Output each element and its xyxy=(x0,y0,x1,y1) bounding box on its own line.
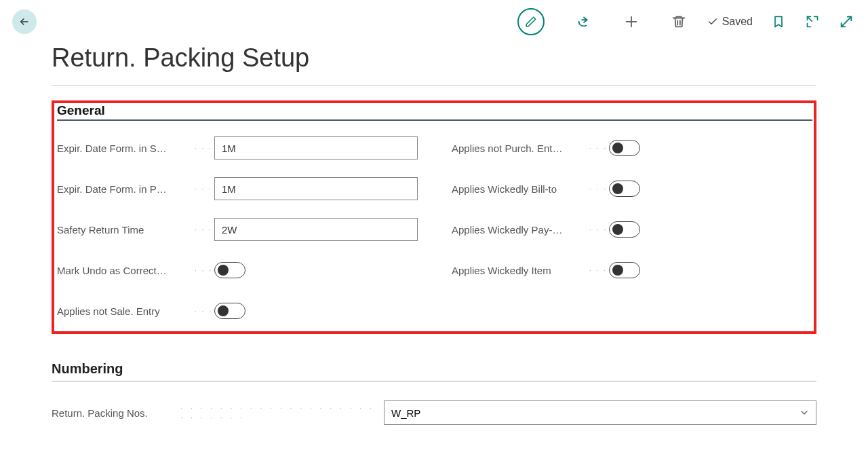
safety-return-input[interactable] xyxy=(214,218,418,241)
return-packing-nos-label: Return. Packing Nos. xyxy=(52,407,180,419)
expir-date-purch-input[interactable] xyxy=(214,177,418,200)
expand-button[interactable] xyxy=(838,14,854,30)
applies-wickedly-payto-label: Applies Wickedly Pay-… xyxy=(452,224,587,236)
pencil-icon xyxy=(525,16,537,28)
expir-date-sale-row: Expir. Date Form. in S… · · · xyxy=(57,137,418,159)
applies-not-purch-label: Applies not Purch. Ent… xyxy=(452,143,587,154)
applies-not-purch-toggle[interactable] xyxy=(609,140,640,156)
check-icon xyxy=(707,16,718,27)
new-button[interactable] xyxy=(623,14,639,30)
expand-icon xyxy=(839,14,854,29)
trash-icon xyxy=(671,14,686,29)
safety-return-row: Safety Return Time · · · xyxy=(57,219,418,240)
applies-wickedly-item-toggle[interactable] xyxy=(609,262,640,278)
plus-icon xyxy=(624,14,639,29)
expir-date-sale-input[interactable] xyxy=(214,136,418,160)
share-button[interactable] xyxy=(576,14,592,30)
return-packing-nos-select[interactable] xyxy=(384,400,816,425)
title-divider xyxy=(52,85,816,86)
applies-wickedly-billto-row: Applies Wickedly Bill-to · · · xyxy=(452,178,812,200)
applies-wickedly-billto-label: Applies Wickedly Bill-to xyxy=(452,183,587,195)
bookmark-button[interactable] xyxy=(770,14,787,30)
general-right-column: Applies not Purch. Ent… · · · Applies Wi… xyxy=(452,137,812,322)
safety-return-label: Safety Return Time xyxy=(57,224,193,236)
mark-undo-label: Mark Undo as Correct… xyxy=(57,265,193,276)
general-header[interactable]: General xyxy=(57,103,812,121)
mark-undo-row: Mark Undo as Correct… · · · xyxy=(57,259,418,281)
save-status: Saved xyxy=(707,16,753,28)
applies-wickedly-payto-toggle[interactable] xyxy=(609,221,640,238)
expir-date-purch-row: Expir. Date Form. in P… · · · xyxy=(57,178,418,200)
arrow-left-icon xyxy=(18,16,31,28)
expir-date-sale-label: Expir. Date Form. in S… xyxy=(57,143,193,154)
numbering-header[interactable]: Numbering xyxy=(52,361,816,381)
applies-not-sale-label: Applies not Sale. Entry xyxy=(57,305,193,317)
page-title: Return. Packing Setup xyxy=(52,43,816,73)
applies-not-sale-row: Applies not Sale. Entry · · · xyxy=(57,300,418,322)
applies-wickedly-item-label: Applies Wickedly Item xyxy=(452,265,587,276)
applies-wickedly-item-row: Applies Wickedly Item · · · xyxy=(452,259,812,281)
popout-button[interactable] xyxy=(804,14,821,30)
general-highlight-box: General Expir. Date Form. in S… · · · Ex… xyxy=(52,100,816,334)
page-content: Return. Packing Setup General Expir. Dat… xyxy=(0,43,868,425)
toolbar: Saved xyxy=(0,0,868,43)
applies-not-purch-row: Applies not Purch. Ent… · · · xyxy=(452,137,812,159)
expir-date-purch-label: Expir. Date Form. in P… xyxy=(57,183,193,195)
mark-undo-toggle[interactable] xyxy=(214,262,245,278)
saved-label: Saved xyxy=(722,16,753,28)
popout-icon xyxy=(806,15,819,29)
back-button[interactable] xyxy=(12,10,37,34)
share-icon xyxy=(576,14,591,29)
applies-wickedly-payto-row: Applies Wickedly Pay-… · · · xyxy=(452,219,812,240)
return-packing-nos-row: Return. Packing Nos. · · · · · · · · · ·… xyxy=(52,400,816,425)
edit-button[interactable] xyxy=(517,8,545,35)
applies-wickedly-billto-toggle[interactable] xyxy=(609,181,640,197)
general-left-column: Expir. Date Form. in S… · · · Expir. Dat… xyxy=(57,137,418,322)
applies-not-sale-toggle[interactable] xyxy=(214,303,245,319)
delete-button[interactable] xyxy=(671,14,687,30)
bookmark-icon xyxy=(772,15,785,29)
